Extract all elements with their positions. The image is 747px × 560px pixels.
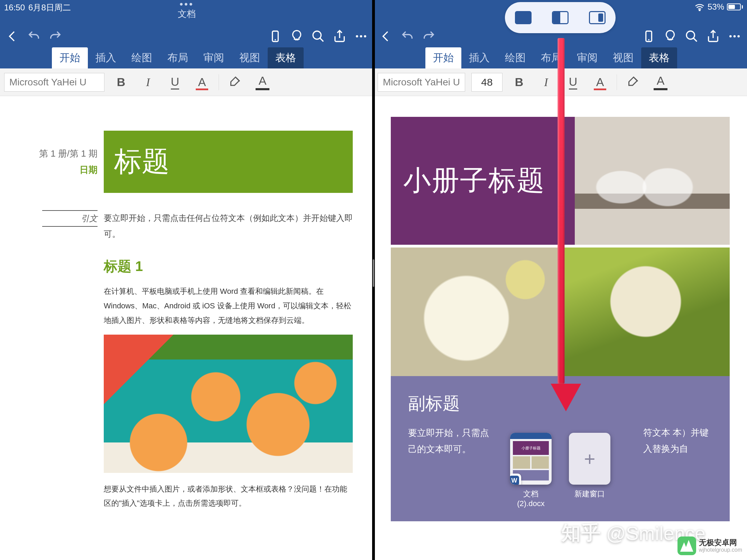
tab-draw[interactable]: 绘图 bbox=[124, 47, 160, 68]
document-title-area[interactable]: ••• 文档 bbox=[178, 1, 196, 20]
brochure-title-block[interactable]: 小册子标题 bbox=[391, 117, 575, 245]
underline-button[interactable]: U bbox=[165, 73, 185, 92]
text-style-button[interactable]: A bbox=[650, 73, 671, 92]
body-para-1[interactable]: 在计算机、平板电脑或手机上使用 Word 查看和编辑此新闻稿。在 Windows… bbox=[104, 284, 353, 327]
svg-point-7 bbox=[364, 35, 366, 38]
back-button[interactable] bbox=[3, 27, 22, 46]
gallery-image-salad[interactable] bbox=[559, 245, 730, 376]
mt-splitview-icon[interactable] bbox=[552, 11, 569, 24]
redo-button[interactable] bbox=[419, 27, 439, 46]
highlight-button[interactable] bbox=[225, 73, 246, 92]
quote-label[interactable]: 引文 bbox=[42, 210, 98, 227]
watermark-wuji: 无极安卓网 wjhotelgroup.com bbox=[677, 536, 742, 555]
tab-layout[interactable]: 布局 bbox=[160, 47, 196, 68]
back-button[interactable] bbox=[376, 27, 396, 46]
sub-body-1a[interactable]: 要立即开始，只需点 bbox=[408, 428, 489, 438]
tab-home[interactable]: 开始 bbox=[425, 47, 461, 68]
dock-thumb-new-window[interactable]: + 新建窗口 bbox=[567, 433, 612, 499]
wuji-url: wjhotelgroup.com bbox=[699, 547, 742, 553]
subtitle-text[interactable]: 副标题 bbox=[408, 392, 712, 415]
more-button[interactable] bbox=[725, 27, 744, 46]
tab-table[interactable]: 表格 bbox=[641, 47, 677, 68]
share-button[interactable] bbox=[330, 27, 349, 46]
date-label[interactable]: 日期 bbox=[80, 164, 98, 176]
highlight-button[interactable] bbox=[623, 73, 644, 92]
subtitle-block[interactable]: 副标题 要立即开始，只需点 己的文本即可。 符文本 本）并键入替换为自 小册子标… bbox=[391, 376, 730, 521]
tab-layout[interactable]: 布局 bbox=[533, 47, 569, 68]
heading-1[interactable]: 标题 1 bbox=[104, 257, 353, 276]
title-block[interactable]: 标题 bbox=[104, 131, 353, 193]
svg-line-3 bbox=[320, 38, 323, 41]
svg-point-8 bbox=[699, 10, 700, 11]
status-bar: 16:50 6月8日周二 ••• 文档 bbox=[0, 0, 374, 25]
body-para-2[interactable]: 想要从文件中插入图片，或者添加形状、文本框或表格？没问题！在功能区的"插入"选项… bbox=[104, 482, 353, 511]
gallery-image-pasta[interactable] bbox=[391, 245, 559, 376]
font-family-select[interactable]: Microsoft YaHei U bbox=[378, 73, 465, 92]
tab-home[interactable]: 开始 bbox=[52, 47, 88, 68]
svg-point-2 bbox=[313, 31, 321, 39]
document-canvas-right[interactable]: 小册子标题 副标题 要立即开始，只需点 己的文本即可。 符文本 本）并键入替换为… bbox=[374, 96, 747, 560]
font-color-button[interactable]: A bbox=[192, 73, 212, 92]
tab-review[interactable]: 审阅 bbox=[569, 47, 605, 68]
undo-button[interactable] bbox=[24, 27, 44, 46]
share-button[interactable] bbox=[703, 27, 723, 46]
mt-slideover-icon[interactable] bbox=[589, 11, 606, 24]
text-style-button[interactable]: A bbox=[252, 73, 273, 92]
bold-button[interactable]: B bbox=[509, 73, 529, 92]
document-title: 文档 bbox=[178, 8, 196, 20]
issue-number[interactable]: 第 1 册/第 1 期 bbox=[39, 148, 98, 160]
mobile-view-button[interactable] bbox=[639, 27, 658, 46]
sub-body-1b[interactable]: 己的文本即可。 bbox=[408, 444, 471, 454]
title-text[interactable]: 标题 bbox=[114, 143, 169, 180]
nav-toolbar bbox=[0, 25, 374, 48]
search-button[interactable] bbox=[682, 27, 701, 46]
battery-icon bbox=[727, 3, 743, 10]
bold-button[interactable]: B bbox=[111, 73, 131, 92]
redo-button[interactable] bbox=[46, 27, 65, 46]
format-toolbar-right: Microsoft YaHei U 48 B I U A A bbox=[374, 68, 747, 96]
word-app-badge-icon: W bbox=[510, 474, 521, 485]
more-button[interactable] bbox=[351, 27, 371, 46]
format-toolbar: Microsoft YaHei U B I U A A bbox=[0, 68, 374, 96]
tab-view[interactable]: 视图 bbox=[232, 47, 268, 68]
tab-table[interactable]: 表格 bbox=[268, 47, 304, 68]
svg-point-15 bbox=[734, 35, 736, 38]
wuji-logo-icon bbox=[677, 536, 696, 555]
multitask-control[interactable] bbox=[505, 2, 616, 33]
svg-line-12 bbox=[693, 38, 697, 41]
font-family-select[interactable]: Microsoft YaHei U bbox=[4, 73, 104, 92]
tips-button[interactable] bbox=[287, 27, 306, 46]
quote-text[interactable]: 要立即开始，只需点击任何占位符文本（例如此文本）并开始键入即可。 bbox=[104, 210, 353, 242]
split-view-divider[interactable] bbox=[372, 0, 375, 560]
ribbon-tabs: 开始 插入 绘图 布局 审阅 视图 表格 bbox=[0, 48, 374, 68]
underline-button[interactable]: U bbox=[563, 73, 583, 92]
battery-percent: 53% bbox=[708, 2, 724, 12]
undo-button[interactable] bbox=[398, 27, 417, 46]
italic-button[interactable]: I bbox=[138, 73, 158, 92]
mobile-view-button[interactable] bbox=[266, 27, 285, 46]
content-image-apricots[interactable] bbox=[104, 335, 353, 473]
tips-button[interactable] bbox=[661, 27, 680, 46]
wuji-name: 无极安卓网 bbox=[699, 538, 742, 547]
italic-button[interactable]: I bbox=[536, 73, 556, 92]
tab-review[interactable]: 审阅 bbox=[196, 47, 232, 68]
document-canvas[interactable]: 第 1 册/第 1 期 日期 标题 引文 要立即开始，只需点击任何占位符文本（例… bbox=[0, 96, 374, 560]
mt-fullscreen-icon[interactable] bbox=[515, 11, 532, 24]
menu-dots-icon[interactable]: ••• bbox=[178, 1, 196, 7]
tab-insert[interactable]: 插入 bbox=[461, 47, 497, 68]
hero-image-glasses[interactable] bbox=[575, 117, 730, 245]
sub-body-2a[interactable]: 符文本 bbox=[643, 427, 670, 438]
tab-view[interactable]: 视图 bbox=[605, 47, 641, 68]
right-app-pane: 53% 开始 插入 绘图 布局 审阅 视图 表格 Microsoft YaHei… bbox=[374, 0, 747, 560]
divider-handle-icon[interactable] bbox=[373, 259, 374, 287]
window-dock: 小册子标题 W 文档 (2).docx + 新建窗口 bbox=[508, 433, 612, 508]
status-date: 6月8日周二 bbox=[28, 2, 71, 13]
font-size-select[interactable]: 48 bbox=[471, 73, 502, 92]
search-button[interactable] bbox=[308, 27, 328, 46]
brochure-title[interactable]: 小册子标题 bbox=[403, 162, 545, 199]
tab-draw[interactable]: 绘图 bbox=[497, 47, 533, 68]
tab-insert[interactable]: 插入 bbox=[88, 47, 124, 68]
toolbar-divider bbox=[617, 74, 617, 90]
dock-thumb-document[interactable]: 小册子标题 W 文档 (2).docx bbox=[508, 433, 553, 508]
font-color-button[interactable]: A bbox=[590, 73, 610, 92]
